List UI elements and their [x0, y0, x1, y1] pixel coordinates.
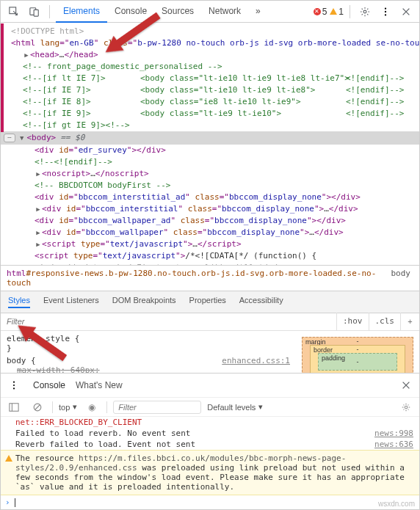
expand-icon[interactable]: ▼: [20, 132, 23, 144]
devtools-toolbar: Elements Console Sources Network » ✕ 5 1: [1, 1, 419, 23]
svg-point-3: [363, 10, 366, 13]
source-link[interactable]: news:998: [374, 429, 413, 438]
element-node[interactable]: <script type="text/javascript">…</script…: [11, 238, 418, 250]
console-sidebar-icon[interactable]: [5, 398, 23, 416]
expand-icon[interactable]: [35, 227, 42, 238]
log-levels-selector[interactable]: Default levels ▾: [207, 402, 263, 412]
element-node[interactable]: <div id="bbccom_wallpaper" class="bbccom…: [11, 227, 418, 238]
hov-toggle[interactable]: :hov: [336, 313, 369, 330]
source-link[interactable]: news:636: [374, 440, 413, 449]
head-node[interactable]: <head>…</head>: [11, 49, 418, 61]
comment-node[interactable]: <!-- front_page_domestic_personalised --…: [11, 61, 418, 73]
svg-point-8: [13, 385, 15, 386]
error-icon: ✕: [314, 8, 321, 15]
breadcrumb[interactable]: html#responsive-news.b-pw-1280.no-touch.…: [1, 265, 419, 291]
clear-console-icon[interactable]: [29, 398, 46, 416]
box-model-diagram[interactable]: margin- border- padding-: [299, 334, 416, 370]
expand-icon[interactable]: [35, 203, 42, 215]
new-rule-button[interactable]: +: [400, 313, 419, 330]
console-input[interactable]: ›: [1, 495, 419, 509]
close-devtools-icon[interactable]: [397, 3, 415, 21]
separator: [49, 5, 50, 18]
console-log-line[interactable]: Failed to load reverb. No event sentnews…: [1, 428, 419, 439]
drawer-close-icon[interactable]: [397, 376, 415, 394]
crumb-classes[interactable]: #responsive-news.b-pw-1280.no-touch.orb-…: [7, 269, 376, 288]
svg-point-9: [13, 387, 15, 389]
body-node-selected[interactable]: ⋯ ▼ <body> == $0: [1, 131, 419, 145]
drawer-menu-icon[interactable]: [5, 376, 23, 394]
element-node[interactable]: <div id="bbccom_interstitial" class="bbc…: [11, 203, 418, 215]
warning-icon: [5, 455, 12, 462]
tab-overflow[interactable]: »: [248, 1, 268, 23]
device-toggle-icon[interactable]: [26, 3, 43, 21]
drawer-tabs: Console What's New: [1, 374, 419, 398]
element-node[interactable]: <script type="text/javascript">/*<![CDAT…: [11, 250, 418, 262]
svg-point-7: [13, 382, 15, 383]
error-count[interactable]: ✕ 5: [314, 7, 327, 17]
dollar-zero-indicator: == $0: [60, 132, 84, 144]
crumb-body[interactable]: body: [391, 269, 411, 288]
svg-point-6: [385, 14, 386, 15]
tab-properties[interactable]: Properties: [189, 296, 226, 308]
watermark: wsxdn.com: [378, 500, 415, 508]
more-menu-icon[interactable]: [377, 3, 394, 21]
warning-count[interactable]: 1: [330, 7, 344, 17]
ie-conditional[interactable]: <!--[if gt IE 9]><!-->: [11, 120, 418, 131]
ie-conditional[interactable]: <!--[if lt IE 7]><body class="lt-ie10 lt…: [11, 73, 418, 84]
tab-network[interactable]: Network: [201, 1, 248, 23]
error-count-value: 5: [322, 7, 327, 17]
inspect-element-icon[interactable]: [5, 3, 23, 21]
warning-count-value: 1: [338, 7, 344, 17]
context-selector[interactable]: top ▾: [59, 402, 77, 412]
drawer-tab-console[interactable]: Console: [33, 380, 65, 390]
expand-icon[interactable]: [35, 168, 42, 180]
tab-event-listeners[interactable]: Event Listeners: [43, 296, 99, 308]
console-warning-line[interactable]: The resource https://m.files.bbci.co.uk/…: [1, 450, 419, 495]
html-node[interactable]: <html lang="en-GB" class="b-pw-1280 no-t…: [11, 37, 418, 49]
svg-rect-2: [34, 10, 38, 16]
cls-toggle[interactable]: .cls: [369, 313, 401, 330]
tab-dom-breakpoints[interactable]: DOM Breakpoints: [112, 296, 176, 308]
expand-icon[interactable]: [35, 238, 42, 250]
text-cursor: [15, 498, 15, 507]
css-source-link[interactable]: enhanced.css:1: [222, 356, 290, 365]
expand-icon[interactable]: [23, 49, 30, 61]
element-node[interactable]: <div id="edr_survey"></div>: [11, 145, 418, 156]
console-filter-input[interactable]: [113, 401, 201, 414]
chevron-down-icon: ▾: [73, 402, 77, 412]
element-node[interactable]: <div id="bbccom_wallpaper_ad" class="bbc…: [11, 215, 418, 227]
styles-tabs: Styles Event Listeners DOM Breakpoints P…: [1, 291, 419, 313]
console-error-line[interactable]: net::ERR_BLOCKED_BY_CLIENT: [1, 417, 419, 428]
comment-node[interactable]: <!--<![endif]-->: [11, 156, 418, 168]
warning-icon: [330, 8, 337, 15]
tab-accessibility[interactable]: Accessibility: [239, 296, 283, 308]
settings-gear-icon[interactable]: [356, 3, 374, 21]
element-node[interactable]: <noscript>…</noscript>: [11, 168, 418, 180]
chevron-down-icon: ▾: [258, 402, 263, 412]
prompt-icon: ›: [5, 498, 10, 507]
tab-elements[interactable]: Elements: [56, 1, 107, 23]
console-settings-icon[interactable]: [397, 398, 415, 416]
live-expression-icon[interactable]: ◉: [83, 398, 101, 416]
overflow-icon[interactable]: ⋯: [4, 134, 15, 142]
element-node[interactable]: <div id="bbccom_interstitial_ad" class="…: [11, 192, 418, 203]
console-log-line[interactable]: Reverb failed to load. Event not sentnew…: [1, 439, 419, 450]
comment-node[interactable]: <!-- BBCDOTCOM bodyFirst -->: [11, 180, 418, 192]
ie-conditional[interactable]: <!--[if IE 7]><body class="lt-ie10 lt-ie…: [11, 84, 418, 96]
console-output[interactable]: net::ERR_BLOCKED_BY_CLIENT Failed to loa…: [1, 417, 419, 509]
styles-filter-row: :hov .cls +: [1, 313, 419, 331]
tab-styles[interactable]: Styles: [8, 296, 30, 308]
doctype-node[interactable]: <!DOCTYPE html>: [11, 26, 418, 37]
console-toolbar: top ▾ ◉ Default levels ▾: [1, 398, 419, 417]
elements-tree[interactable]: <!DOCTYPE html> <html lang="en-GB" class…: [1, 23, 419, 265]
svg-point-4: [385, 7, 386, 9]
console-drawer: Console What's New top ▾ ◉ Default level…: [1, 373, 419, 509]
drawer-tab-whatsnew[interactable]: What's New: [76, 380, 123, 390]
svg-point-5: [385, 10, 386, 12]
separator: [350, 5, 350, 18]
crumb-html[interactable]: html: [7, 269, 26, 278]
svg-line-13: [35, 404, 40, 409]
svg-point-14: [405, 406, 408, 409]
ie-conditional[interactable]: <!--[if IE 8]><body class="ie8 lt-ie10 l…: [11, 96, 418, 108]
ie-conditional[interactable]: <!--[if IE 9]><body class="lt-ie9 lt-ie1…: [11, 108, 418, 120]
